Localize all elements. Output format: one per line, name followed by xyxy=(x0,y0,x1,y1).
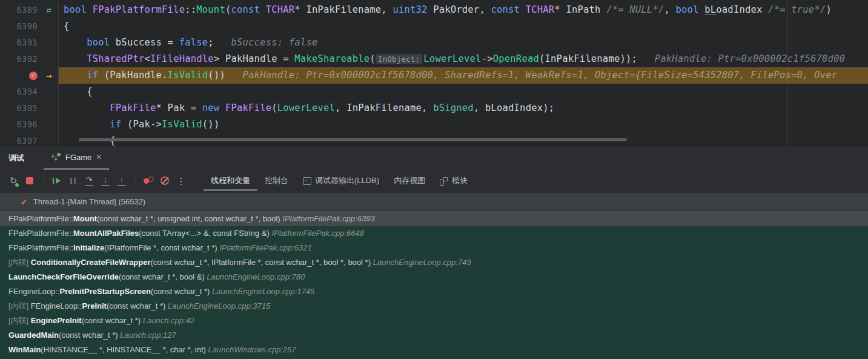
code-token xyxy=(64,119,110,130)
code-text[interactable]: if (Pak->IsValid()) xyxy=(59,116,868,133)
code-editor[interactable]: 6389⇄bool FPakPlatformFile::Mount(const … xyxy=(0,0,868,146)
code-token: false xyxy=(179,37,208,48)
code-token: bool xyxy=(64,4,93,15)
code-token: ()) xyxy=(208,70,225,81)
right-margin-guide xyxy=(787,0,788,146)
mute-breakpoints-icon[interactable] xyxy=(157,173,172,188)
tab-terminal[interactable]: >_调试器输出(LLDB) xyxy=(296,170,386,191)
view-breakpoints-icon[interactable] xyxy=(141,173,156,188)
thread-selector[interactable]: ✔ Thread-1-[Main Thread] (56532) xyxy=(0,193,868,210)
step-over-icon[interactable]: ↷ xyxy=(82,173,96,188)
stack-frame[interactable]: LaunchCheckForFileOverride(const wchar_t… xyxy=(0,270,868,284)
stack-frame[interactable]: FPakPlatformFile::Initialize(IPlatformFi… xyxy=(0,241,868,255)
code-token: IsValid xyxy=(162,119,202,130)
editor-gutter[interactable]: 6390 xyxy=(0,18,59,35)
code-token: (Pak-> xyxy=(127,119,162,130)
stack-frame[interactable]: GuardedMain(const wchar_t *) Launch.cpp:… xyxy=(0,328,868,343)
frame-signature: (IPlatformFile *, const wchar_t *) xyxy=(104,243,219,252)
gutter-icon-slot: ⇄ xyxy=(40,2,58,18)
code-text[interactable]: FPakFile* Pak = new FPakFile(LowerLevel,… xyxy=(59,100,868,116)
line-number: 6397 xyxy=(0,133,40,146)
swap-arrows-icon[interactable]: ⇄ xyxy=(47,2,52,18)
frame-function-name: Initialize xyxy=(73,243,104,252)
frame-signature: (const wchar_t *) xyxy=(82,316,143,325)
code-text[interactable]: { xyxy=(59,84,868,100)
code-token: MakeShareable xyxy=(294,53,369,64)
tab-modules[interactable]: 模块 xyxy=(432,170,475,191)
code-text[interactable]: TSharedPtr<IFileHandle> PakHandle = Make… xyxy=(59,51,868,67)
frame-source-location: Launch.cpp:42 xyxy=(143,316,194,325)
execution-pointer-icon: → xyxy=(46,67,52,84)
frame-function-name: GuardedMain xyxy=(8,330,59,340)
frame-signature: (const wchar_t *) xyxy=(107,301,168,310)
frame-inline-badge: [内联] xyxy=(8,316,31,325)
run-config-tab-fgame[interactable]: ++ FGame ✕ xyxy=(44,146,109,170)
code-token: if xyxy=(87,70,104,81)
stack-frame[interactable]: WinMain(HINSTANCE__ *, HINSTANCE__ *, ch… xyxy=(0,343,868,357)
code-text[interactable]: if (PakHandle.IsValid()) PakHandle: Ptr=… xyxy=(59,67,868,84)
toolbar-icons: ↻↷↓↑⋮ xyxy=(6,173,190,188)
code-token: const xyxy=(491,4,525,15)
code-token: bSuccess = xyxy=(116,37,179,48)
stack-frame[interactable]: FEngineLoop::PreInitPreStartupScreen(con… xyxy=(0,284,868,299)
code-token: TCHAR xyxy=(526,4,555,15)
editor-gutter[interactable]: 6395 xyxy=(0,100,59,116)
step-into-icon[interactable]: ↓ xyxy=(98,173,113,188)
code-token: bool xyxy=(87,37,116,48)
editor-gutter[interactable]: 6397 xyxy=(0,133,59,146)
stack-frame[interactable]: FPakPlatformFile::MountAllPakFiles(const… xyxy=(0,226,868,241)
code-token: * Pak = xyxy=(156,102,202,113)
code-token: , xyxy=(664,4,675,15)
toolbar-divider xyxy=(136,175,136,186)
line-number-slot: ✓ xyxy=(0,72,40,80)
rerun-icon[interactable]: ↻ xyxy=(6,173,21,188)
tab-内存视图[interactable]: 内存视图 xyxy=(386,170,432,191)
code-token: Mount xyxy=(196,4,225,15)
code-token: new xyxy=(202,102,225,113)
frame-function-name: Mount xyxy=(73,214,97,223)
code-token: < xyxy=(144,53,150,64)
debugger-inline-value: PakHandle: Ptr=0x000002c1f5678d00 xyxy=(637,53,845,64)
editor-gutter[interactable]: 6396 xyxy=(0,116,59,133)
code-token: bSigned xyxy=(433,102,474,113)
stop-icon[interactable] xyxy=(22,173,37,188)
editor-gutter[interactable]: 6389⇄ xyxy=(0,2,59,18)
code-lines: 6389⇄bool FPakPlatformFile::Mount(const … xyxy=(0,2,868,146)
stack-frame[interactable]: FPakPlatformFile::Mount(const wchar_t *,… xyxy=(0,211,868,226)
frame-qualifier: FEngineLoop:: xyxy=(31,301,82,310)
tab-label: 线程和变量 xyxy=(211,175,250,186)
editor-gutter[interactable]: 6392 xyxy=(0,51,59,67)
stack-frame[interactable]: [内联] EnginePreInit(const wchar_t *) Laun… xyxy=(0,314,868,328)
frame-function-name: ConditionallyCreateFileWrapper xyxy=(31,258,151,267)
code-text[interactable]: { xyxy=(59,18,868,35)
editor-gutter[interactable]: 6394 xyxy=(0,84,59,100)
code-line: 6389⇄bool FPakPlatformFile::Mount(const … xyxy=(0,2,868,18)
horizontal-scrollbar[interactable] xyxy=(79,138,627,141)
frame-function-name: EnginePreInit xyxy=(31,316,82,325)
pause-icon[interactable] xyxy=(65,173,80,188)
frame-signature: (const wchar_t *) xyxy=(59,330,120,340)
parameter-hint: InObject: xyxy=(376,54,423,64)
frame-signature: (const wchar_t *, bool &) xyxy=(119,272,207,281)
code-text[interactable]: bool FPakPlatformFile::Mount(const TCHAR… xyxy=(59,2,868,18)
more-icon[interactable]: ⋮ xyxy=(174,173,188,188)
resume-icon[interactable] xyxy=(49,173,64,188)
tab-线程和变量[interactable]: 线程和变量 xyxy=(204,170,257,191)
stack-frame[interactable]: [内联] FEngineLoop::PreInit(const wchar_t … xyxy=(0,299,868,314)
code-line: 6395 FPakFile* Pak = new FPakFile(LowerL… xyxy=(0,100,868,116)
debugger-view-tabs: 线程和变量控制台>_调试器输出(LLDB)内存视图模块 xyxy=(204,170,475,191)
editor-gutter[interactable]: 6391 xyxy=(0,35,59,51)
code-token: { xyxy=(64,86,93,97)
code-text[interactable]: bool bSuccess = false; bSuccess: false xyxy=(59,35,868,51)
step-out-icon[interactable]: ↑ xyxy=(114,173,129,188)
breakpoint-icon[interactable]: ✓ xyxy=(29,72,38,80)
stack-frame[interactable]: [内联] ConditionallyCreateFileWrapper(cons… xyxy=(0,255,868,270)
tab-控制台[interactable]: 控制台 xyxy=(257,170,296,191)
editor-gutter[interactable]: ✓→ xyxy=(0,67,59,84)
line-number: 6394 xyxy=(0,84,40,100)
tab-label: 内存视图 xyxy=(394,175,425,186)
code-token: * InPakFilename, xyxy=(294,4,393,15)
code-token: oadIndex xyxy=(716,4,768,15)
close-icon[interactable]: ✕ xyxy=(96,153,102,161)
code-token: uint32 xyxy=(393,4,433,15)
